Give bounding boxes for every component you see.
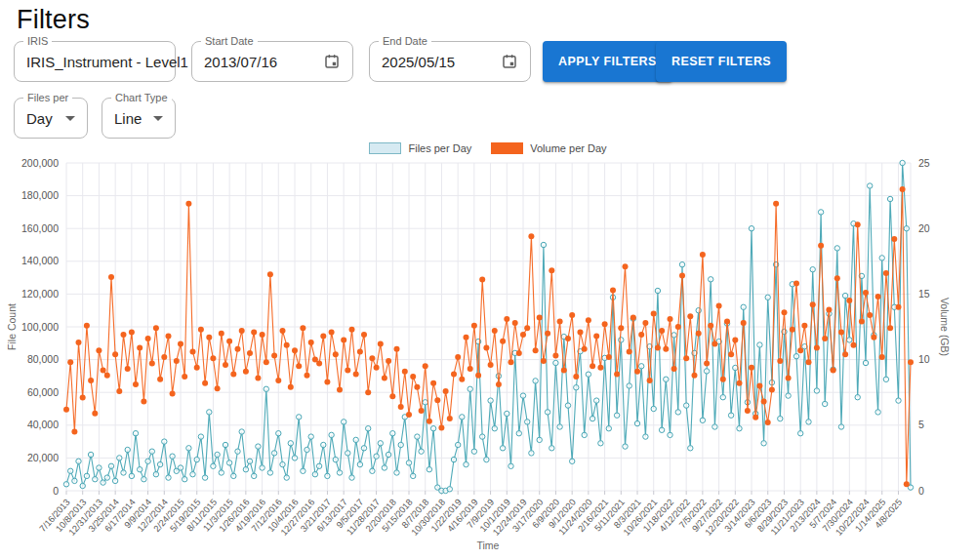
svg-text:20: 20 — [918, 222, 930, 234]
files-per-value: Day — [26, 110, 53, 127]
files-series-label: Files per Day — [408, 142, 471, 154]
legend-item-files-per-day[interactable]: Files per Day — [369, 142, 471, 154]
y-axis-right-title: Volume (GB) — [939, 298, 951, 356]
chart-canvas[interactable]: 020,00040,00060,00080,000100,000120,0001… — [0, 156, 976, 560]
svg-text:40,000: 40,000 — [27, 419, 59, 430]
svg-text:100,000: 100,000 — [21, 321, 59, 333]
svg-text:20,000: 20,000 — [27, 452, 59, 463]
end-date-field[interactable]: End Date 2025/05/15 — [369, 41, 531, 82]
files-series-swatch — [369, 142, 401, 154]
svg-text:60,000: 60,000 — [27, 386, 59, 398]
iris-field-label: IRIS — [23, 35, 52, 47]
end-date-value: 2025/05/15 — [382, 54, 455, 70]
x-axis-title: Time — [477, 540, 500, 551]
volume-series-swatch — [491, 142, 523, 154]
apply-filters-button[interactable]: APPLY FILTERS — [543, 41, 672, 82]
svg-text:0: 0 — [918, 485, 924, 497]
chart-type-label: Chart Type — [111, 92, 172, 103]
end-date-label: End Date — [379, 35, 431, 47]
start-date-field[interactable]: Start Date 2013/07/16 — [191, 41, 353, 82]
svg-text:160,000: 160,000 — [21, 222, 59, 234]
calendar-icon[interactable] — [323, 53, 341, 70]
legend-item-volume-per-day[interactable]: Volume per Day — [491, 142, 606, 154]
page-title: Filters — [17, 5, 90, 35]
svg-text:80,000: 80,000 — [27, 353, 59, 365]
files-per-label: Files per — [23, 92, 72, 103]
volume-series-label: Volume per Day — [530, 142, 606, 154]
svg-text:10: 10 — [918, 353, 930, 365]
chart-area[interactable]: 020,00040,00060,00080,000100,000120,0001… — [0, 156, 976, 560]
svg-text:140,000: 140,000 — [21, 255, 59, 266]
y-axis-left-title: File Count — [6, 303, 18, 350]
svg-text:25: 25 — [918, 157, 930, 169]
svg-text:120,000: 120,000 — [21, 288, 59, 300]
chevron-down-icon — [65, 116, 75, 121]
files-per-select[interactable]: Files per Day — [14, 98, 88, 139]
chart-type-select[interactable]: Chart Type Line — [102, 98, 176, 139]
start-date-value: 2013/07/16 — [204, 54, 277, 70]
reset-filters-button[interactable]: RESET FILTERS — [656, 41, 787, 82]
iris-field[interactable]: IRIS IRIS_Instrument - Level1 — [14, 41, 176, 82]
svg-text:15: 15 — [918, 288, 930, 300]
iris-field-value: IRIS_Instrument - Level1 — [15, 42, 175, 81]
dashboard: Filters IRIS IRIS_Instrument - Level1 St… — [0, 0, 976, 560]
chart-legend: Files per Day Volume per Day — [0, 142, 976, 154]
svg-text:5: 5 — [918, 419, 924, 430]
chevron-down-icon — [153, 116, 163, 121]
svg-text:0: 0 — [53, 485, 59, 497]
svg-text:180,000: 180,000 — [21, 189, 59, 201]
calendar-icon[interactable] — [501, 53, 518, 70]
chart-type-value: Line — [114, 110, 142, 127]
start-date-label: Start Date — [201, 35, 258, 47]
svg-text:200,000: 200,000 — [21, 157, 59, 169]
